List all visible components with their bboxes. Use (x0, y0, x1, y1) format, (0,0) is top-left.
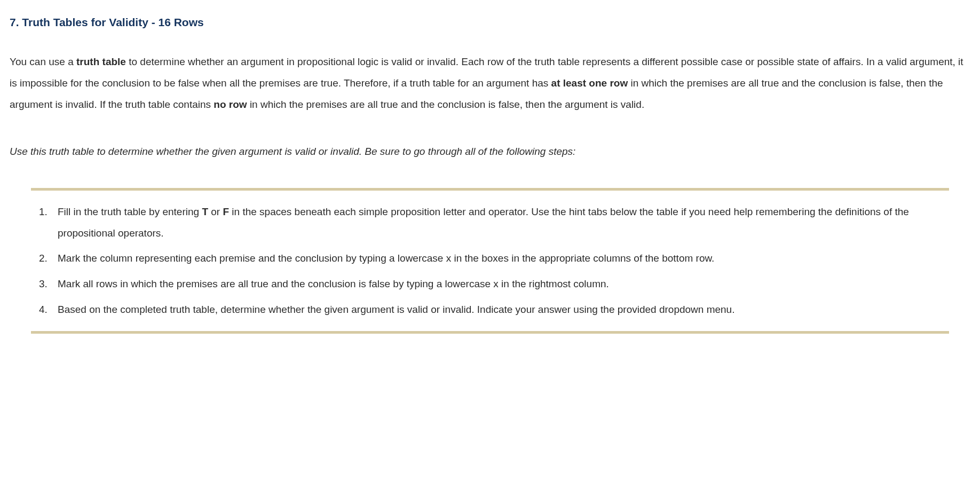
step-1-mid-1: or (208, 206, 223, 217)
step-1: Fill in the truth table by entering T or… (50, 201, 949, 244)
intro-bold-1: truth table (76, 56, 126, 67)
step-3: Mark all rows in which the premises are … (50, 273, 949, 295)
intro-bold-3: no row (214, 99, 247, 110)
instructions-lead: Use this truth table to determine whethe… (10, 141, 970, 162)
section-heading: 7. Truth Tables for Validity - 16 Rows (10, 11, 970, 34)
intro-text-1: You can use a (10, 56, 76, 67)
steps-container: Fill in the truth table by entering T or… (31, 188, 949, 334)
step-4: Based on the completed truth table, dete… (50, 299, 949, 320)
step-1-bold-2: F (223, 206, 229, 217)
steps-list: Fill in the truth table by entering T or… (31, 201, 949, 320)
intro-text-4: in which the premises are all true and t… (247, 99, 645, 110)
step-3-text: Mark all rows in which the premises are … (58, 278, 609, 289)
intro-paragraph: You can use a truth table to determine w… (10, 51, 970, 115)
step-2-text: Mark the column representing each premis… (58, 253, 714, 264)
step-2: Mark the column representing each premis… (50, 248, 949, 269)
step-1-text-before: Fill in the truth table by entering (58, 206, 202, 217)
intro-bold-2: at least one row (551, 77, 628, 89)
step-1-bold-1: T (202, 206, 208, 217)
step-4-text: Based on the completed truth table, dete… (58, 304, 734, 315)
